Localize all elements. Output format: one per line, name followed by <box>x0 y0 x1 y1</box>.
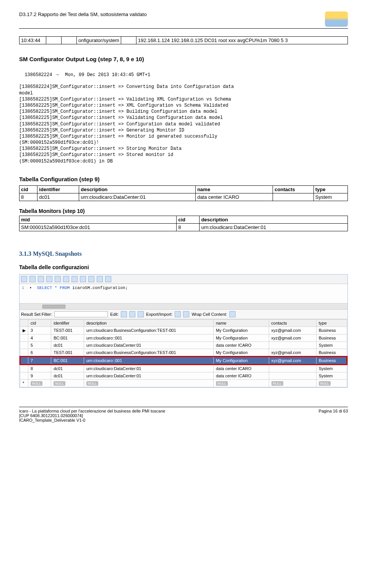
col-identifier: identifier <box>51 319 84 326</box>
edit-grid-icon[interactable] <box>129 311 135 317</box>
edit-icon[interactable] <box>121 311 127 317</box>
configurator-log-output: [1386582224]SM_Configurator::insert => C… <box>19 84 348 164</box>
cell[interactable] <box>269 341 316 349</box>
table-row[interactable]: 5dc01urn:cloudicaro:DataCenter:01data ce… <box>20 341 347 349</box>
table-row-new[interactable]: *NULLNULLNULLNULLNULLNULL <box>20 379 347 387</box>
table-row[interactable]: 6TEST-001urn:cloudicaro:BusinessConfigur… <box>20 349 347 356</box>
cell[interactable]: urn:cloudicaro:DataCenter:01 <box>84 341 213 349</box>
cell[interactable]: 9 <box>28 372 51 379</box>
cell[interactable]: dc01 <box>51 341 84 349</box>
cell[interactable]: data center ICARO <box>213 372 269 379</box>
cell[interactable]: urn:cloudicaro:BusinessConfiguration:TES… <box>84 349 213 356</box>
edit-row-icon[interactable] <box>138 311 144 317</box>
cell[interactable]: My Configuration <box>213 326 269 334</box>
rollback-icon[interactable] <box>80 276 86 282</box>
cell[interactable]: urn:cloudicaro:DataCenter:01 <box>84 372 213 379</box>
row-marker <box>20 356 28 364</box>
export-icon[interactable] <box>175 311 181 317</box>
footer-line1: icaro - La piattaforma cloud per l'accel… <box>19 409 165 413</box>
sql-editor-line[interactable]: 1 • SELECT * FROM icaroSM.configuration; <box>19 284 348 292</box>
cell-message: 192.168.1.124 192.168.0.125 DC01 root xx… <box>136 37 348 44</box>
table-row[interactable]: 8dc01urn:cloudicaro:DataCenter:01data ce… <box>20 364 347 372</box>
cell[interactable]: Business <box>316 334 347 341</box>
page-number: Pagina 16 di 63 <box>319 409 348 422</box>
sql-keyword: SELECT <box>37 286 52 290</box>
limit-icon[interactable] <box>105 276 111 282</box>
cell[interactable]: 8 <box>28 364 51 372</box>
cell-null[interactable]: NULL <box>213 379 269 387</box>
cell[interactable]: urn:cloudicaro::001 <box>84 334 213 341</box>
cell <box>273 193 313 201</box>
stop-icon[interactable] <box>63 276 69 282</box>
cell-null[interactable]: NULL <box>269 379 316 387</box>
search-icon[interactable] <box>97 276 103 282</box>
col-name: name <box>195 185 273 193</box>
cell[interactable]: My Configuration <box>213 356 269 364</box>
execute-step-icon[interactable] <box>46 276 52 282</box>
cell[interactable]: data center ICARO <box>213 364 269 372</box>
cell[interactable]: 4 <box>28 334 51 341</box>
cell[interactable] <box>269 372 316 379</box>
table-row[interactable]: ▶3TEST-001urn:cloudicaro:BusinessConfigu… <box>20 326 347 334</box>
header-title: D3.17.2 Rapporto dei Test della SM, sott… <box>19 11 147 17</box>
cell[interactable]: System <box>316 372 347 379</box>
cell-null[interactable]: NULL <box>28 379 51 387</box>
cell[interactable]: urn:cloudicaro:DataCenter:01 <box>84 364 213 372</box>
result-grid[interactable]: cid identifier description name contacts… <box>19 319 348 387</box>
col-cid: cid <box>177 216 200 223</box>
wrap-icon[interactable] <box>229 311 235 317</box>
page-footer: icaro - La piattaforma cloud per l'accel… <box>19 407 348 422</box>
cell[interactable]: System <box>316 364 347 372</box>
horizontal-scrollbar[interactable] <box>19 303 348 309</box>
cell[interactable] <box>269 364 316 372</box>
mysql-workbench-panel: 1 • SELECT * FROM icaroSM.configuration;… <box>19 274 348 388</box>
import-icon[interactable] <box>183 311 189 317</box>
cell: SM:0000152a590d1f03ce:dc01 <box>19 223 177 231</box>
cell[interactable]: Business <box>316 326 347 334</box>
cell[interactable]: My Configuration <box>213 334 269 341</box>
line-number: 1 <box>22 286 24 290</box>
beautify-icon[interactable] <box>88 276 94 282</box>
save-icon[interactable] <box>29 276 36 282</box>
footer-line3: ICARO_Template_Deliverable V1-0 <box>19 418 165 422</box>
cell[interactable]: urn:cloudicaro:BusinessConfiguration:TES… <box>84 326 213 334</box>
cell[interactable]: dc01 <box>51 372 84 379</box>
cell[interactable]: xyz@gmail.com <box>269 326 316 334</box>
cell[interactable]: Business <box>316 349 347 356</box>
cell-null[interactable]: NULL <box>51 379 84 387</box>
open-icon[interactable] <box>21 276 27 282</box>
cell[interactable]: System <box>316 341 347 349</box>
col-name: name <box>213 319 269 326</box>
cell[interactable]: 7 <box>28 356 51 364</box>
explain-icon[interactable] <box>55 276 61 282</box>
cell[interactable]: My Configuration <box>213 349 269 356</box>
table-row[interactable]: 9dc01urn:cloudicaro:DataCenter:01data ce… <box>20 372 347 379</box>
execute-icon[interactable] <box>38 276 44 282</box>
cell[interactable]: xyz@gmail.com <box>269 349 316 356</box>
table-row[interactable]: 4BC:001urn:cloudicaro::001My Configurati… <box>20 334 347 341</box>
cell[interactable]: 3 <box>28 326 51 334</box>
col-description: description <box>84 319 213 326</box>
cell[interactable]: xyz@gmail.com <box>269 356 316 364</box>
cell[interactable]: xyz@gmail.com <box>269 334 316 341</box>
cell[interactable]: Business <box>316 356 347 364</box>
cell[interactable]: BC:001 <box>51 356 84 364</box>
cell: dc01 <box>37 193 79 201</box>
cell-null[interactable]: NULL <box>316 379 347 387</box>
cell-null[interactable]: NULL <box>84 379 213 387</box>
cell[interactable]: urn:cloudicaro::001 <box>84 356 213 364</box>
filter-input[interactable] <box>54 311 108 317</box>
table-row[interactable]: 7BC:001urn:cloudicaro::001My Configurati… <box>20 356 347 364</box>
cell[interactable]: TEST-001 <box>51 349 84 356</box>
cell[interactable]: TEST-001 <box>51 326 84 334</box>
commit-icon[interactable] <box>71 276 78 282</box>
cell[interactable]: data center ICARO <box>213 341 269 349</box>
cell: urn:cloudicaro:DataCenter:01 <box>79 193 196 201</box>
cell[interactable]: 6 <box>28 349 51 356</box>
cell[interactable]: dc01 <box>51 364 84 372</box>
cell[interactable]: 5 <box>28 341 51 349</box>
monitors-table: mid cid description SM:0000152a590d1f03c… <box>19 216 348 231</box>
scrollbar-thumb[interactable] <box>42 305 65 309</box>
cell[interactable]: BC:001 <box>51 334 84 341</box>
sql-toolbar <box>19 275 348 284</box>
